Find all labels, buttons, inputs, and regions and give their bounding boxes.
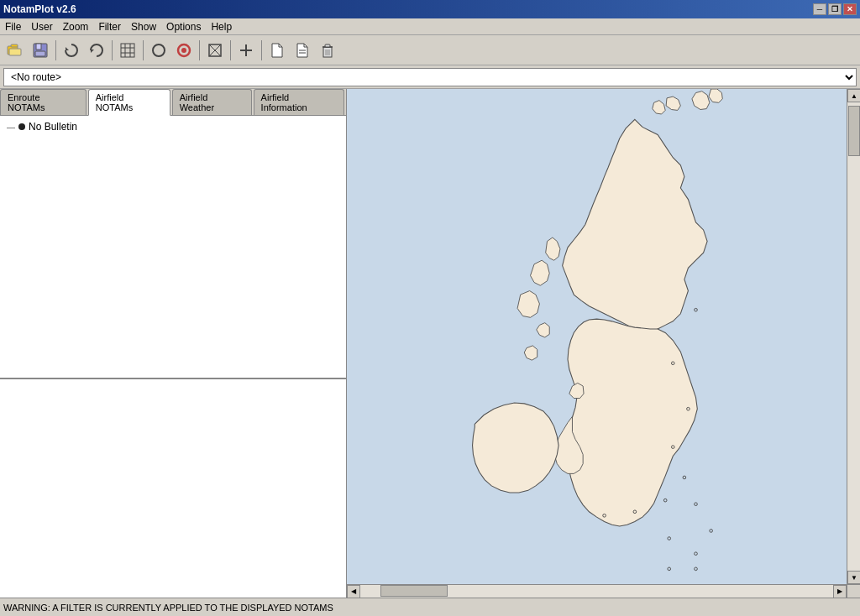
sep2: [112, 40, 113, 60]
map-scrollbar-vertical[interactable]: ▲ ▼: [847, 89, 860, 584]
menu-filter[interactable]: Filter: [93, 19, 126, 34]
svg-rect-2: [9, 49, 21, 55]
map-svg: [347, 89, 847, 584]
svg-marker-6: [66, 47, 69, 50]
map-scrollbar-horizontal[interactable]: ◀ ▶: [347, 584, 847, 598]
titlebar: NotamPlot v2.6 ─ ❐ ✕: [0, 0, 860, 18]
scroll-track-vertical[interactable]: [847, 102, 860, 571]
svg-rect-1: [11, 44, 18, 47]
tab-bar: Enroute NOTAMs Airfield NOTAMs Airfield …: [0, 89, 346, 116]
tree-expand-icon[interactable]: —: [7, 123, 15, 132]
sep6: [261, 40, 262, 60]
plus-button[interactable]: [234, 39, 258, 62]
restore-button[interactable]: ❐: [828, 3, 842, 15]
circle-filled-button[interactable]: [172, 39, 196, 62]
circle-outline-button[interactable]: [147, 39, 170, 62]
scroll-down-button[interactable]: ▼: [847, 571, 860, 584]
status-text: WARNING: A FILTER IS CURRENTLY APPLIED T…: [3, 603, 333, 613]
sep3: [143, 40, 144, 60]
menu-options[interactable]: Options: [161, 19, 206, 34]
tree-item-no-bulletin: — No Bulletin: [3, 119, 343, 134]
svg-marker-7: [91, 50, 94, 53]
top-pane: — No Bulletin: [0, 116, 346, 379]
svg-rect-4: [36, 44, 41, 50]
menu-show[interactable]: Show: [126, 19, 161, 34]
open-button[interactable]: [3, 39, 27, 62]
statusbar: WARNING: A FILTER IS CURRENTLY APPLIED T…: [0, 598, 860, 616]
scroll-thumb-vertical[interactable]: [848, 106, 860, 156]
tab-airfield-information[interactable]: Airfield Information: [254, 89, 344, 115]
box-button[interactable]: [203, 39, 227, 62]
titlebar-title: NotamPlot v2.6: [3, 3, 76, 15]
close-button[interactable]: ✕: [843, 3, 857, 15]
back-button[interactable]: [85, 39, 108, 62]
grid-button[interactable]: [116, 39, 139, 62]
menu-help[interactable]: Help: [206, 19, 237, 34]
svg-rect-25: [325, 44, 330, 47]
svg-point-13: [153, 44, 165, 56]
menu-zoom[interactable]: Zoom: [58, 19, 94, 34]
scroll-thumb-horizontal[interactable]: [380, 585, 448, 597]
tab-airfield-notams[interactable]: Airfield NOTAMs: [88, 89, 170, 116]
bottom-pane: [0, 379, 346, 598]
route-bar: <No route>: [0, 65, 860, 89]
save-button[interactable]: [29, 39, 52, 62]
main-area: Enroute NOTAMs Airfield NOTAMs Airfield …: [0, 89, 860, 598]
route-dropdown[interactable]: <No route>: [3, 68, 857, 86]
map-area[interactable]: ▲ ▼ ◀ ▶: [347, 89, 860, 598]
delete-button[interactable]: [316, 39, 339, 62]
no-bulletin-label: No Bulletin: [29, 121, 77, 133]
tab-airfield-weather[interactable]: Airfield Weather: [172, 89, 252, 115]
scroll-up-button[interactable]: ▲: [847, 89, 860, 102]
menu-user[interactable]: User: [26, 19, 57, 34]
minimize-button[interactable]: ─: [813, 3, 826, 15]
tab-enroute-notams[interactable]: Enroute NOTAMs: [0, 89, 87, 115]
sep1: [55, 40, 56, 60]
app-title: NotamPlot v2.6: [3, 3, 76, 15]
doc-lines-button[interactable]: [291, 39, 314, 62]
new-doc-button[interactable]: [265, 39, 289, 62]
svg-point-15: [181, 48, 186, 53]
refresh-button[interactable]: [60, 39, 83, 62]
scroll-track-horizontal[interactable]: [360, 585, 833, 598]
menubar: File User Zoom Filter Show Options Help: [0, 18, 860, 35]
toolbar: [0, 35, 860, 65]
titlebar-controls: ─ ❐ ✕: [813, 3, 857, 15]
bulletin-bullet-icon: [18, 123, 25, 130]
scroll-right-button[interactable]: ▶: [833, 585, 847, 598]
svg-rect-12: [121, 44, 134, 57]
scroll-left-button[interactable]: ◀: [347, 585, 360, 598]
menu-file[interactable]: File: [0, 19, 26, 34]
sep4: [199, 40, 200, 60]
sep5: [230, 40, 231, 60]
svg-rect-5: [35, 51, 45, 56]
left-panel: Enroute NOTAMs Airfield NOTAMs Airfield …: [0, 89, 347, 598]
scrollbar-corner: [847, 584, 860, 598]
